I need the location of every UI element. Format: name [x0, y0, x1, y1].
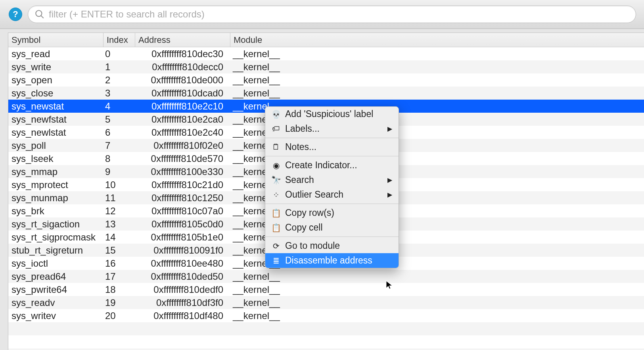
menu-label: Copy cell — [285, 222, 323, 233]
address-cell: 0xffffffff810f02e0 — [135, 140, 230, 151]
address-cell: 0xffffffff810decc0 — [135, 62, 230, 73]
address-cell: 0xffffffff810dec30 — [135, 48, 230, 60]
index-cell: 9 — [104, 166, 135, 177]
help-icon: ? — [13, 9, 18, 19]
symbol-cell: sys_rt_sigaction — [8, 219, 104, 230]
symbol-cell: sys_readv — [8, 297, 104, 308]
context-menu: 💀 Add 'Suspicious' label 🏷 Labels... ▶ 🗒… — [265, 106, 399, 268]
module-icon: ⟳ — [271, 241, 281, 251]
chevron-right-icon: ▶ — [387, 191, 392, 198]
menu-label: Copy row(s) — [285, 208, 334, 218]
search-field-wrap[interactable] — [28, 6, 636, 23]
search-input[interactable] — [49, 9, 629, 20]
menu-create-indicator[interactable]: ◉ Create Indicator... — [265, 158, 399, 173]
table-row[interactable]: sys_write10xffffffff810decc0__kernel__ — [8, 60, 644, 73]
address-cell: 0xffffffff810e2c40 — [135, 127, 230, 138]
table-header: Symbol Index Address Module — [8, 33, 644, 47]
symbol-cell: sys_brk — [8, 206, 104, 217]
index-cell: 6 — [104, 127, 135, 138]
index-cell: 2 — [104, 75, 135, 86]
menu-disassemble-address[interactable]: ≣ Disassemble address — [265, 253, 399, 268]
module-cell: __kernel__ — [230, 310, 644, 321]
menu-outlier-search[interactable]: ⁘ Outlier Search ▶ — [265, 187, 399, 202]
menu-labels[interactable]: 🏷 Labels... ▶ — [265, 121, 399, 136]
index-cell: 14 — [104, 232, 135, 243]
column-header-symbol[interactable]: Symbol — [8, 33, 104, 47]
symbol-cell: sys_newlstat — [8, 127, 104, 138]
module-cell: __kernel__ — [230, 284, 644, 295]
symbol-cell: sys_pwrite64 — [8, 284, 104, 295]
address-cell: 0xffffffff810e2c10 — [135, 101, 230, 112]
index-cell: 10 — [104, 179, 135, 190]
symbol-cell: stub_rt_sigreturn — [8, 245, 104, 256]
table-row[interactable]: sys_pwrite64180xffffffff810dedf0__kernel… — [8, 283, 644, 296]
address-cell: 0xffffffff810dedf0 — [135, 284, 230, 295]
column-header-index[interactable]: Index — [104, 33, 135, 47]
note-icon: 🗒 — [271, 142, 281, 152]
table-row[interactable] — [8, 335, 644, 348]
menu-label: Labels... — [285, 123, 320, 134]
table-row[interactable]: sys_open20xffffffff810de000__kernel__ — [8, 73, 644, 87]
menu-separator — [265, 138, 399, 138]
table-row[interactable] — [8, 348, 644, 350]
table-row[interactable]: sys_read00xffffffff810dec30__kernel__ — [8, 47, 644, 60]
index-cell: 7 — [104, 140, 135, 151]
svg-line-1 — [41, 15, 44, 18]
binoculars-icon: 🔭 — [271, 175, 281, 185]
menu-separator — [265, 156, 399, 156]
module-cell: __kernel__ — [230, 48, 644, 60]
address-cell: 0xffffffff8105c0d0 — [135, 219, 230, 230]
module-cell: __kernel__ — [230, 88, 644, 99]
table-row[interactable] — [8, 322, 644, 335]
address-cell: 0xffffffff810c1250 — [135, 192, 230, 204]
symbol-cell: sys_munmap — [8, 192, 104, 204]
menu-separator — [265, 204, 399, 204]
address-cell: 0xffffffff810c21d0 — [135, 179, 230, 190]
symbol-cell: sys_pread64 — [8, 271, 104, 282]
address-cell: 0xffffffff810ded50 — [135, 271, 230, 282]
address-cell: 0xffffffff810df3f0 — [135, 297, 230, 308]
symbol-cell: sys_open — [8, 75, 104, 86]
menu-label: Add 'Suspicious' label — [285, 109, 373, 119]
index-cell: 19 — [104, 297, 135, 308]
menu-copy-rows[interactable]: 📋 Copy row(s) — [265, 206, 399, 220]
index-cell: 11 — [104, 192, 135, 204]
index-cell: 5 — [104, 114, 135, 125]
column-header-address[interactable]: Address — [135, 33, 230, 47]
menu-notes[interactable]: 🗒 Notes... — [265, 140, 399, 154]
index-cell: 3 — [104, 88, 135, 99]
index-cell: 16 — [104, 258, 135, 269]
symbol-cell: sys_read — [8, 48, 104, 60]
index-cell: 18 — [104, 284, 135, 295]
column-header-module[interactable]: Module — [230, 33, 644, 47]
index-cell: 1 — [104, 62, 135, 73]
menu-label: Search — [285, 175, 314, 185]
symbol-cell: sys_mmap — [8, 166, 104, 177]
module-cell: __kernel__ — [230, 62, 644, 73]
symbol-cell: sys_lseek — [8, 153, 104, 164]
table-row[interactable]: sys_readv190xffffffff810df3f0__kernel__ — [8, 296, 644, 309]
address-cell: 0xffffffff810de570 — [135, 153, 230, 164]
scatter-icon: ⁘ — [271, 190, 281, 200]
index-cell: 0 — [104, 48, 135, 60]
menu-label: Outlier Search — [285, 189, 343, 200]
table-row[interactable]: sys_close30xffffffff810dcad0__kernel__ — [8, 87, 644, 100]
address-cell: 0xffffffff810c07a0 — [135, 206, 230, 217]
symbol-cell: sys_mprotect — [8, 179, 104, 190]
clipboard-icon: 📋 — [271, 223, 281, 233]
menu-add-suspicious[interactable]: 💀 Add 'Suspicious' label — [265, 107, 399, 121]
index-cell: 8 — [104, 153, 135, 164]
address-cell: 0xffffffff8105b1e0 — [135, 232, 230, 243]
menu-copy-cell[interactable]: 📋 Copy cell — [265, 220, 399, 235]
address-cell: 0xffffffff810dcad0 — [135, 88, 230, 99]
chevron-right-icon: ▶ — [387, 176, 392, 184]
index-cell: 17 — [104, 271, 135, 282]
help-button[interactable]: ? — [9, 8, 22, 21]
menu-label: Notes... — [285, 142, 316, 152]
menu-search[interactable]: 🔭 Search ▶ — [265, 173, 399, 187]
symbol-cell: sys_write — [8, 62, 104, 73]
symbol-cell: sys_newfstat — [8, 114, 104, 125]
table-row[interactable]: sys_pread64170xffffffff810ded50__kernel_… — [8, 270, 644, 283]
table-row[interactable]: sys_writev200xffffffff810df480__kernel__ — [8, 309, 644, 322]
menu-go-to-module[interactable]: ⟳ Go to module — [265, 238, 399, 253]
